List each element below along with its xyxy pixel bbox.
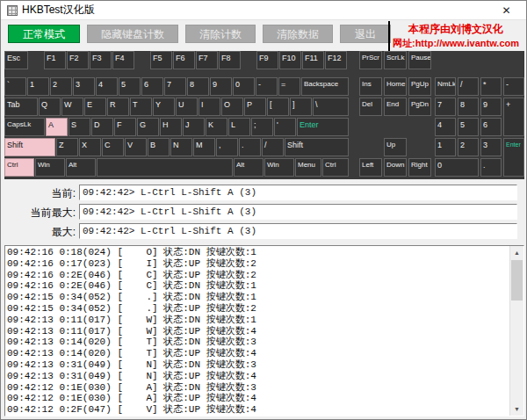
log-line: 09:42:12 0:1E(030) [ A] 状态:DN 按键次数:3 bbox=[7, 382, 508, 394]
scroll-down-icon[interactable]: ▼ bbox=[510, 402, 523, 416]
key-f11: F11 bbox=[302, 51, 324, 69]
virtual-keyboard: EscF1F2F3F4F5F6F7F8F9F10F11F12PrScrScrLk… bbox=[4, 51, 524, 179]
toolbar-button-2[interactable]: 隐藏键盘计数 bbox=[87, 25, 178, 43]
key-numpad-period: . bbox=[480, 158, 502, 177]
log-line: 09:42:13 0:11(017) [ W] 状态:DN 按键次数:1 bbox=[7, 315, 508, 326]
key-menu: Menu bbox=[295, 158, 321, 177]
log-box: 09:42:16 0:18(024) [ O] 状态:DN 按键次数:109:4… bbox=[4, 245, 524, 416]
key-a: A bbox=[46, 118, 68, 136]
key-2: 2 bbox=[50, 77, 72, 96]
key-rbracket: ] bbox=[290, 98, 312, 116]
log-line: 09:42:16 0:2E(046) [ C] 状态:UP 按键次数:2 bbox=[7, 270, 508, 281]
scroll-up-icon[interactable]: ▲ bbox=[510, 246, 523, 259]
key-pause: Pause bbox=[408, 51, 431, 69]
key-numpad-8: 8 bbox=[458, 98, 479, 116]
key-numlock: NmLk bbox=[435, 77, 456, 96]
key-numpad-1: 1 bbox=[435, 138, 456, 156]
key-numpad-multiply: * bbox=[480, 77, 502, 96]
status-row-3: 最大:09:42:42> L-Ctrl L-Shift A (3) bbox=[1, 223, 527, 241]
log-line: 09:42:12 0:2F(047) [ V] 状态:UP 按键次数:4 bbox=[7, 404, 508, 415]
status-value-2: 09:42:42> L-Ctrl L-Shift A (3) bbox=[79, 204, 517, 220]
toolbar-button-3[interactable]: 清除计数 bbox=[185, 25, 256, 43]
key-ctrl-right: Ctrl bbox=[322, 158, 349, 177]
key-y: Y bbox=[153, 98, 175, 116]
key-i: I bbox=[199, 98, 220, 116]
key-f6: F6 bbox=[173, 51, 195, 69]
key-numpad-enter: Enter bbox=[503, 138, 524, 177]
key-f9: F9 bbox=[256, 51, 278, 69]
key-n: N bbox=[170, 138, 192, 156]
key-f12: F12 bbox=[325, 51, 347, 69]
key-k: K bbox=[206, 118, 227, 136]
credit-box: 本程序由刘博文汉化 网址:http://www.ivantw.com bbox=[388, 21, 522, 54]
key-prtscr: PrScr bbox=[359, 51, 382, 69]
toolbar-button-4[interactable]: 清除数据 bbox=[263, 25, 333, 43]
log-scrollbar[interactable]: ▲ ▼ bbox=[509, 246, 523, 416]
key-e: E bbox=[84, 98, 106, 116]
log-line: 09:42:13 0:11(017) [ W] 状态:UP 按键次数:4 bbox=[7, 326, 508, 337]
key-x: X bbox=[79, 138, 101, 156]
key-backslash: \ bbox=[313, 98, 349, 116]
key-numpad-3: 3 bbox=[480, 138, 502, 156]
key-shift-left: Shift bbox=[4, 138, 55, 156]
status-row-2: 当前最大:09:42:42> L-Ctrl L-Shift A (3) bbox=[1, 204, 527, 221]
key-4: 4 bbox=[96, 77, 118, 96]
key-home: Home bbox=[384, 77, 407, 96]
key-quote: ' bbox=[274, 118, 296, 136]
key-g: G bbox=[137, 118, 159, 136]
key-l: L bbox=[228, 118, 250, 136]
key-esc: Esc bbox=[4, 51, 28, 69]
key-r: R bbox=[107, 98, 129, 116]
log-line: 09:42:16 0:18(024) [ O] 状态:DN 按键次数:1 bbox=[7, 247, 508, 258]
key-insert: Ins bbox=[359, 77, 382, 96]
key-end: End bbox=[384, 98, 407, 116]
key-win-right: Win bbox=[264, 158, 294, 177]
status-section: 当前:09:42:42> L-Ctrl L-Shift A (3)当前最大:09… bbox=[1, 185, 527, 243]
key-f: F bbox=[114, 118, 136, 136]
key-j: J bbox=[183, 118, 205, 136]
key-t: T bbox=[130, 98, 152, 116]
scroll-thumb[interactable] bbox=[511, 260, 523, 301]
status-label-3: 最大: bbox=[1, 225, 76, 240]
key-b: B bbox=[148, 138, 170, 156]
credit-line-1: 本程序由刘博文汉化 bbox=[392, 22, 520, 37]
close-button[interactable]: ✕ bbox=[487, 1, 526, 20]
credit-url[interactable]: 网址:http://www.ivantw.com bbox=[392, 37, 520, 50]
key-numpad-2: 2 bbox=[458, 138, 479, 156]
key-f1: F1 bbox=[44, 51, 66, 69]
key-equals: = bbox=[278, 77, 300, 96]
toolbar-button-5[interactable]: 退出 bbox=[340, 25, 391, 43]
key-period: . bbox=[239, 138, 261, 156]
log-line: 09:42:16 0:2E(046) [ C] 状态:DN 按键次数:1 bbox=[7, 280, 508, 292]
key-numpad-divide: / bbox=[458, 77, 479, 96]
key-tab: Tab bbox=[4, 98, 38, 116]
key-arrow-down: Down bbox=[384, 158, 407, 177]
key-o: O bbox=[221, 98, 243, 116]
key-8: 8 bbox=[187, 77, 209, 96]
key-alt-left: Alt bbox=[66, 158, 96, 177]
key-numpad-9: 9 bbox=[480, 98, 502, 116]
key-numpad-4: 4 bbox=[435, 118, 456, 136]
key-slash: / bbox=[262, 138, 284, 156]
key-0: 0 bbox=[233, 77, 255, 96]
key-win-left: Win bbox=[35, 158, 65, 177]
key-6: 6 bbox=[141, 77, 163, 96]
status-value-1: 09:42:42> L-Ctrl L-Shift A (3) bbox=[79, 185, 517, 200]
log-line: 09:42:15 0:34(052) [ .] 状态:UP 按键次数:2 bbox=[7, 303, 508, 315]
status-label-2: 当前最大: bbox=[1, 206, 76, 221]
key-f3: F3 bbox=[90, 51, 112, 69]
window-title: HKBTest汉化版 bbox=[22, 3, 95, 18]
toolbar-button-1[interactable]: 正常模式 bbox=[8, 25, 80, 43]
key-delete: Del bbox=[359, 98, 382, 116]
log-line: 09:42:13 0:31(049) [ N] 状态:DN 按键次数:3 bbox=[7, 359, 508, 371]
key-numpad-6: 6 bbox=[480, 118, 502, 136]
key-arrow-right: Right bbox=[408, 158, 431, 177]
key-u: U bbox=[176, 98, 198, 116]
key-c: C bbox=[102, 138, 124, 156]
key-lbracket: [ bbox=[267, 98, 289, 116]
status-row-1: 当前:09:42:42> L-Ctrl L-Shift A (3) bbox=[1, 185, 527, 202]
key-f8: F8 bbox=[219, 51, 241, 69]
key-numpad-7: 7 bbox=[435, 98, 456, 116]
key-h: H bbox=[160, 118, 182, 136]
key-enter: Enter bbox=[297, 118, 349, 136]
